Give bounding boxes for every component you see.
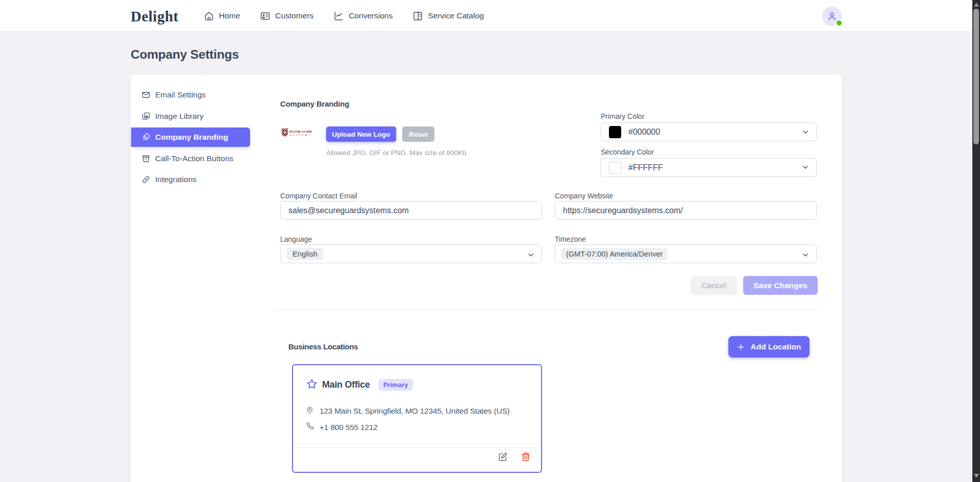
- svg-text:SYSTEMS: SYSTEMS: [290, 134, 310, 136]
- svg-text:SECURE GUARD: SECURE GUARD: [289, 130, 312, 134]
